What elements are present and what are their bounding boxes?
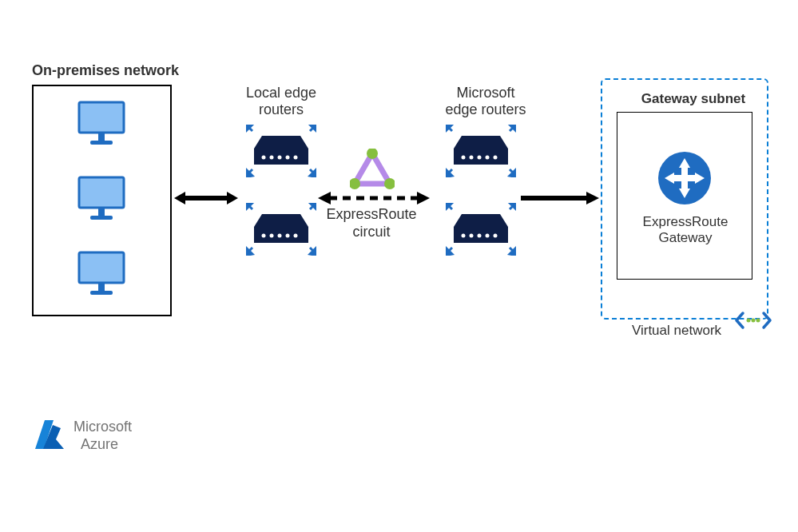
azure-logo-icon — [32, 417, 69, 454]
svg-point-30 — [286, 234, 290, 238]
monitor-icon — [76, 173, 127, 224]
arrow-right-icon — [521, 189, 599, 207]
svg-point-15 — [278, 156, 282, 160]
svg-point-49 — [470, 156, 474, 160]
label-line: routers — [259, 101, 304, 117]
svg-point-16 — [286, 156, 290, 160]
ms-routers-label: Microsoft edge routers — [430, 85, 542, 117]
svg-point-85 — [752, 319, 756, 323]
router-icon — [246, 203, 316, 256]
bidirectional-arrow-icon — [174, 189, 238, 207]
router-icon — [246, 125, 316, 177]
onprem-title: On-premises network — [32, 62, 179, 79]
router-icon — [446, 125, 516, 177]
svg-point-84 — [747, 319, 751, 323]
svg-point-51 — [486, 156, 490, 160]
svg-rect-3 — [79, 177, 124, 208]
label-line: ExpressRoute — [643, 214, 729, 229]
svg-point-65 — [486, 234, 490, 238]
svg-rect-83 — [673, 175, 697, 181]
svg-point-14 — [270, 156, 274, 160]
svg-rect-7 — [98, 283, 105, 291]
label-line: Microsoft — [456, 85, 514, 101]
expressroute-gateway-icon — [657, 150, 713, 206]
router-icon — [446, 203, 516, 256]
svg-marker-76 — [586, 192, 599, 204]
svg-marker-46 — [417, 192, 430, 204]
svg-point-13 — [262, 156, 266, 160]
virtual-network-label: Virtual network — [617, 323, 736, 339]
label-line: Microsoft — [73, 419, 132, 435]
monitor-icon — [76, 248, 127, 299]
svg-rect-2 — [90, 141, 113, 145]
svg-rect-8 — [90, 291, 113, 295]
gateway-label: ExpressRoute Gateway — [629, 214, 741, 247]
svg-rect-6 — [79, 252, 124, 283]
svg-point-66 — [494, 234, 498, 238]
svg-point-48 — [462, 156, 466, 160]
circuit-label: ExpressRoute circuit — [320, 206, 423, 240]
virtual-network-icon — [733, 310, 773, 331]
svg-point-62 — [462, 234, 466, 238]
svg-point-52 — [494, 156, 498, 160]
svg-point-50 — [478, 156, 482, 160]
label-line: ExpressRoute — [326, 206, 416, 222]
svg-marker-10 — [174, 192, 185, 204]
svg-rect-4 — [98, 208, 105, 216]
label-line: Local edge — [246, 85, 316, 101]
svg-rect-1 — [98, 133, 105, 141]
azure-brand-text: Microsoft Azure — [73, 419, 132, 453]
svg-point-63 — [470, 234, 474, 238]
label-line: Gateway — [658, 230, 712, 245]
svg-point-28 — [270, 234, 274, 238]
svg-point-31 — [294, 234, 298, 238]
label-line: edge routers — [445, 101, 526, 117]
svg-point-64 — [478, 234, 482, 238]
label-line: Azure — [81, 436, 118, 452]
dashed-bidirectional-arrow-icon — [318, 189, 430, 207]
svg-rect-5 — [90, 216, 113, 220]
svg-point-27 — [262, 234, 266, 238]
svg-marker-45 — [318, 192, 331, 204]
svg-rect-0 — [79, 102, 124, 133]
svg-point-86 — [756, 319, 760, 323]
label-line: circuit — [352, 224, 390, 240]
svg-point-29 — [278, 234, 282, 238]
monitor-icon — [76, 97, 127, 149]
expressroute-circuit-icon — [350, 149, 395, 190]
svg-point-17 — [294, 156, 298, 160]
gateway-subnet-title: Gateway subnet — [629, 91, 757, 107]
svg-marker-11 — [227, 192, 238, 204]
local-routers-label: Local edge routers — [225, 85, 337, 117]
